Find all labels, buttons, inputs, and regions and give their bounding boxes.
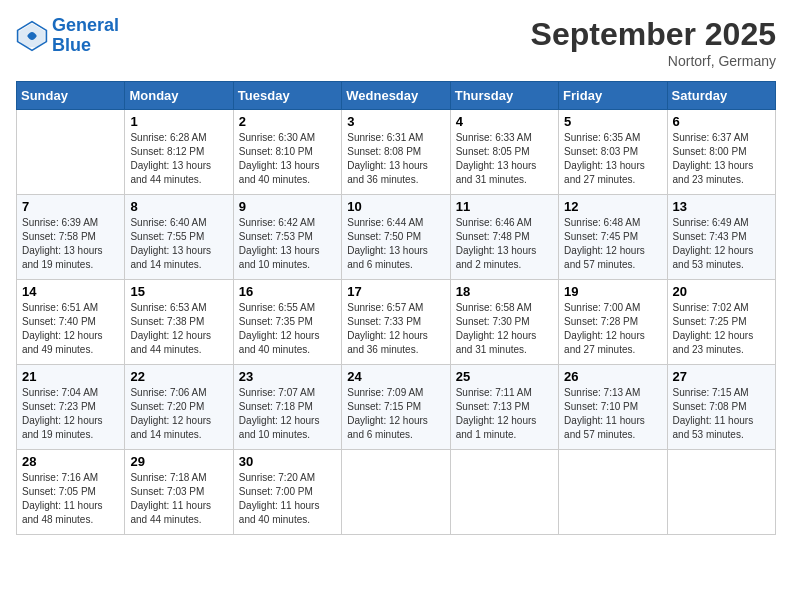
day-number: 19	[564, 284, 661, 299]
calendar-cell: 16Sunrise: 6:55 AM Sunset: 7:35 PM Dayli…	[233, 280, 341, 365]
day-info: Sunrise: 6:48 AM Sunset: 7:45 PM Dayligh…	[564, 216, 661, 272]
day-number: 22	[130, 369, 227, 384]
calendar-week-3: 14Sunrise: 6:51 AM Sunset: 7:40 PM Dayli…	[17, 280, 776, 365]
calendar-table: SundayMondayTuesdayWednesdayThursdayFrid…	[16, 81, 776, 535]
calendar-cell: 11Sunrise: 6:46 AM Sunset: 7:48 PM Dayli…	[450, 195, 558, 280]
calendar-cell: 9Sunrise: 6:42 AM Sunset: 7:53 PM Daylig…	[233, 195, 341, 280]
calendar-cell	[559, 450, 667, 535]
day-number: 18	[456, 284, 553, 299]
calendar-week-2: 7Sunrise: 6:39 AM Sunset: 7:58 PM Daylig…	[17, 195, 776, 280]
day-number: 24	[347, 369, 444, 384]
day-info: Sunrise: 6:49 AM Sunset: 7:43 PM Dayligh…	[673, 216, 770, 272]
logo: General Blue	[16, 16, 119, 56]
day-info: Sunrise: 6:57 AM Sunset: 7:33 PM Dayligh…	[347, 301, 444, 357]
day-info: Sunrise: 6:51 AM Sunset: 7:40 PM Dayligh…	[22, 301, 119, 357]
day-info: Sunrise: 6:30 AM Sunset: 8:10 PM Dayligh…	[239, 131, 336, 187]
day-number: 16	[239, 284, 336, 299]
calendar-cell: 5Sunrise: 6:35 AM Sunset: 8:03 PM Daylig…	[559, 110, 667, 195]
calendar-week-4: 21Sunrise: 7:04 AM Sunset: 7:23 PM Dayli…	[17, 365, 776, 450]
day-number: 17	[347, 284, 444, 299]
day-header-sunday: Sunday	[17, 82, 125, 110]
day-number: 9	[239, 199, 336, 214]
day-info: Sunrise: 7:09 AM Sunset: 7:15 PM Dayligh…	[347, 386, 444, 442]
calendar-header-row: SundayMondayTuesdayWednesdayThursdayFrid…	[17, 82, 776, 110]
calendar-cell: 12Sunrise: 6:48 AM Sunset: 7:45 PM Dayli…	[559, 195, 667, 280]
calendar-week-1: 1Sunrise: 6:28 AM Sunset: 8:12 PM Daylig…	[17, 110, 776, 195]
calendar-cell: 14Sunrise: 6:51 AM Sunset: 7:40 PM Dayli…	[17, 280, 125, 365]
calendar-cell: 26Sunrise: 7:13 AM Sunset: 7:10 PM Dayli…	[559, 365, 667, 450]
calendar-cell: 22Sunrise: 7:06 AM Sunset: 7:20 PM Dayli…	[125, 365, 233, 450]
page-header: General Blue September 2025 Nortorf, Ger…	[16, 16, 776, 69]
day-number: 12	[564, 199, 661, 214]
calendar-cell: 7Sunrise: 6:39 AM Sunset: 7:58 PM Daylig…	[17, 195, 125, 280]
day-number: 8	[130, 199, 227, 214]
day-number: 11	[456, 199, 553, 214]
day-info: Sunrise: 6:28 AM Sunset: 8:12 PM Dayligh…	[130, 131, 227, 187]
day-number: 25	[456, 369, 553, 384]
day-info: Sunrise: 6:33 AM Sunset: 8:05 PM Dayligh…	[456, 131, 553, 187]
day-header-tuesday: Tuesday	[233, 82, 341, 110]
day-number: 7	[22, 199, 119, 214]
calendar-cell	[17, 110, 125, 195]
day-info: Sunrise: 7:07 AM Sunset: 7:18 PM Dayligh…	[239, 386, 336, 442]
day-number: 4	[456, 114, 553, 129]
day-info: Sunrise: 6:39 AM Sunset: 7:58 PM Dayligh…	[22, 216, 119, 272]
calendar-cell	[667, 450, 775, 535]
day-info: Sunrise: 6:37 AM Sunset: 8:00 PM Dayligh…	[673, 131, 770, 187]
calendar-cell: 13Sunrise: 6:49 AM Sunset: 7:43 PM Dayli…	[667, 195, 775, 280]
day-number: 26	[564, 369, 661, 384]
logo-text: General Blue	[52, 16, 119, 56]
calendar-cell: 19Sunrise: 7:00 AM Sunset: 7:28 PM Dayli…	[559, 280, 667, 365]
day-header-friday: Friday	[559, 82, 667, 110]
day-number: 14	[22, 284, 119, 299]
day-number: 23	[239, 369, 336, 384]
calendar-cell: 28Sunrise: 7:16 AM Sunset: 7:05 PM Dayli…	[17, 450, 125, 535]
day-header-wednesday: Wednesday	[342, 82, 450, 110]
calendar-cell: 24Sunrise: 7:09 AM Sunset: 7:15 PM Dayli…	[342, 365, 450, 450]
day-number: 5	[564, 114, 661, 129]
calendar-cell	[342, 450, 450, 535]
calendar-cell: 4Sunrise: 6:33 AM Sunset: 8:05 PM Daylig…	[450, 110, 558, 195]
day-number: 29	[130, 454, 227, 469]
day-info: Sunrise: 7:20 AM Sunset: 7:00 PM Dayligh…	[239, 471, 336, 527]
day-info: Sunrise: 6:35 AM Sunset: 8:03 PM Dayligh…	[564, 131, 661, 187]
calendar-cell: 18Sunrise: 6:58 AM Sunset: 7:30 PM Dayli…	[450, 280, 558, 365]
calendar-cell: 21Sunrise: 7:04 AM Sunset: 7:23 PM Dayli…	[17, 365, 125, 450]
calendar-cell: 2Sunrise: 6:30 AM Sunset: 8:10 PM Daylig…	[233, 110, 341, 195]
day-info: Sunrise: 7:13 AM Sunset: 7:10 PM Dayligh…	[564, 386, 661, 442]
day-info: Sunrise: 7:02 AM Sunset: 7:25 PM Dayligh…	[673, 301, 770, 357]
logo-icon	[16, 20, 48, 52]
calendar-cell: 6Sunrise: 6:37 AM Sunset: 8:00 PM Daylig…	[667, 110, 775, 195]
calendar-cell: 23Sunrise: 7:07 AM Sunset: 7:18 PM Dayli…	[233, 365, 341, 450]
day-number: 1	[130, 114, 227, 129]
day-number: 30	[239, 454, 336, 469]
day-number: 13	[673, 199, 770, 214]
day-info: Sunrise: 6:53 AM Sunset: 7:38 PM Dayligh…	[130, 301, 227, 357]
calendar-cell: 27Sunrise: 7:15 AM Sunset: 7:08 PM Dayli…	[667, 365, 775, 450]
day-number: 6	[673, 114, 770, 129]
calendar-cell: 17Sunrise: 6:57 AM Sunset: 7:33 PM Dayli…	[342, 280, 450, 365]
day-number: 3	[347, 114, 444, 129]
day-info: Sunrise: 7:00 AM Sunset: 7:28 PM Dayligh…	[564, 301, 661, 357]
day-info: Sunrise: 6:58 AM Sunset: 7:30 PM Dayligh…	[456, 301, 553, 357]
day-info: Sunrise: 6:42 AM Sunset: 7:53 PM Dayligh…	[239, 216, 336, 272]
day-number: 2	[239, 114, 336, 129]
day-number: 28	[22, 454, 119, 469]
calendar-cell: 1Sunrise: 6:28 AM Sunset: 8:12 PM Daylig…	[125, 110, 233, 195]
calendar-cell: 20Sunrise: 7:02 AM Sunset: 7:25 PM Dayli…	[667, 280, 775, 365]
day-info: Sunrise: 7:11 AM Sunset: 7:13 PM Dayligh…	[456, 386, 553, 442]
calendar-cell: 3Sunrise: 6:31 AM Sunset: 8:08 PM Daylig…	[342, 110, 450, 195]
day-info: Sunrise: 6:44 AM Sunset: 7:50 PM Dayligh…	[347, 216, 444, 272]
day-number: 15	[130, 284, 227, 299]
day-header-monday: Monday	[125, 82, 233, 110]
day-info: Sunrise: 7:06 AM Sunset: 7:20 PM Dayligh…	[130, 386, 227, 442]
calendar-cell: 15Sunrise: 6:53 AM Sunset: 7:38 PM Dayli…	[125, 280, 233, 365]
day-info: Sunrise: 7:16 AM Sunset: 7:05 PM Dayligh…	[22, 471, 119, 527]
calendar-cell: 29Sunrise: 7:18 AM Sunset: 7:03 PM Dayli…	[125, 450, 233, 535]
day-number: 21	[22, 369, 119, 384]
day-info: Sunrise: 7:04 AM Sunset: 7:23 PM Dayligh…	[22, 386, 119, 442]
day-number: 10	[347, 199, 444, 214]
calendar-cell: 30Sunrise: 7:20 AM Sunset: 7:00 PM Dayli…	[233, 450, 341, 535]
day-info: Sunrise: 6:55 AM Sunset: 7:35 PM Dayligh…	[239, 301, 336, 357]
day-number: 27	[673, 369, 770, 384]
